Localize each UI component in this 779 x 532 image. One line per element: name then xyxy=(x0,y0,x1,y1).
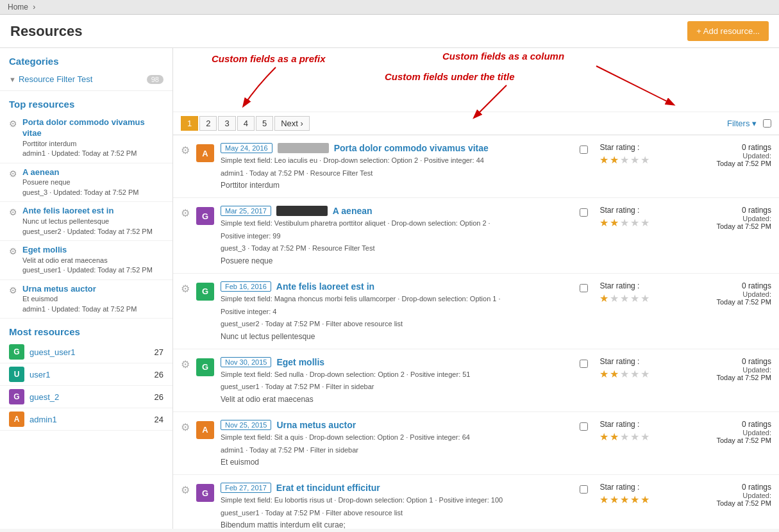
resource-checkbox[interactable] xyxy=(580,360,588,368)
breadcrumb-separator: › xyxy=(33,3,35,12)
rating-info: 0 ratings Updated: Today at 7:52 PM xyxy=(716,206,771,230)
avatar: A xyxy=(196,144,214,162)
resource-checkbox[interactable] xyxy=(580,208,588,217)
resource-description: Porttitor interdum xyxy=(221,181,573,190)
rating-column: Star rating : ★★★★★ xyxy=(594,281,710,304)
resource-meta: Simple text field: Sed nulla · Drop-down… xyxy=(221,369,573,381)
gear-icon[interactable]: ⚙ xyxy=(181,144,190,156)
resource-subtitle: Nunc ut lectus pellentesque xyxy=(22,217,163,226)
most-resource-item[interactable]: A admin1 24 xyxy=(0,408,172,431)
resource-meta2: guest_user1 · Today at 7:52 PM · Filter … xyxy=(221,381,573,393)
top-resource-item[interactable]: ⚙ Porta dolor commodo vivamus vitae Port… xyxy=(0,113,172,163)
resource-count: 26 xyxy=(155,370,163,379)
resource-title-link[interactable]: Erat et tincidunt efficitur xyxy=(276,483,380,493)
annotation-column: Custom fields as a column xyxy=(442,51,564,62)
filled-star: ★ xyxy=(620,494,629,506)
empty-star: ★ xyxy=(610,292,619,304)
page-1-button[interactable]: 1 xyxy=(181,116,198,131)
resource-subtitle: Velit at odio erat maecenas xyxy=(22,256,163,265)
rating-column: Star rating : ★★★★★ xyxy=(594,206,710,229)
resource-description: Velit at odio erat maecenas xyxy=(221,395,573,404)
color-badge xyxy=(276,206,328,216)
ratings-count: 0 ratings xyxy=(742,357,771,366)
page-4-button[interactable]: 4 xyxy=(237,116,255,131)
page-3-button[interactable]: 3 xyxy=(218,116,235,131)
empty-star: ★ xyxy=(630,217,639,229)
empty-star: ★ xyxy=(620,292,629,304)
avatar: G xyxy=(196,358,214,376)
page-5-button[interactable]: 5 xyxy=(256,116,273,131)
rating-info: 0 ratings Updated: Today at 7:52 PM xyxy=(716,357,771,381)
top-resource-item[interactable]: ⚙ Ante felis laoreet est in Nunc ut lect… xyxy=(0,202,172,241)
next-button[interactable]: Next › xyxy=(274,116,310,131)
color-badge xyxy=(278,143,329,153)
filter-count: 98 xyxy=(147,75,163,84)
rating-column: Star rating : ★★★★★ xyxy=(594,420,710,443)
resource-title: Ante felis laoreet est in xyxy=(22,206,163,217)
most-resource-item[interactable]: U user1 26 xyxy=(0,363,172,386)
resource-title: Porta dolor commodo vivamus vitae xyxy=(22,117,163,139)
gear-icon: ⚙ xyxy=(9,207,17,217)
rating-info: 0 ratings Updated: Today at 7:52 PM xyxy=(716,281,771,306)
resource-row: ⚙ A Nov 25, 2015 Urna metus auctor Simpl… xyxy=(173,412,779,475)
resource-checkbox[interactable] xyxy=(580,145,588,154)
resource-title-link[interactable]: Porta dolor commodo vivamus vitae xyxy=(334,143,489,153)
page-2-button[interactable]: 2 xyxy=(199,116,217,131)
resource-title-link[interactable]: Eget mollis xyxy=(276,357,324,367)
stars: ★★★★★ xyxy=(599,154,649,166)
most-resource-item[interactable]: G guest_user1 27 xyxy=(0,341,172,363)
resource-meta2: admin1 · Today at 7:52 PM · Filter in si… xyxy=(221,445,573,456)
empty-star: ★ xyxy=(630,431,639,443)
gear-icon[interactable]: ⚙ xyxy=(181,207,190,219)
date-badge: Nov 30, 2015 xyxy=(221,357,271,367)
star-rating-label: Star rating : xyxy=(599,483,639,492)
resource-title-link[interactable]: A aenean xyxy=(333,206,373,216)
resource-checkbox[interactable] xyxy=(580,485,588,494)
filled-star: ★ xyxy=(599,368,608,380)
avatar: U xyxy=(9,367,24,382)
resource-description: Et euismod xyxy=(221,458,573,467)
resource-checkbox[interactable] xyxy=(580,422,588,431)
updated-time: Today at 7:52 PM xyxy=(716,298,771,306)
top-resource-item[interactable]: ⚙ Urna metus auctor Et euismod admin1 · … xyxy=(0,280,172,319)
add-resource-button[interactable]: + Add resource... xyxy=(687,21,769,41)
select-all-checkbox[interactable] xyxy=(763,119,771,128)
resource-meta: Simple text field: Vestibulum pharetra p… xyxy=(221,218,573,229)
resource-row: ⚙ G Nov 30, 2015 Eget mollis Simple text… xyxy=(173,349,779,412)
top-bar: Home › xyxy=(0,0,779,15)
resource-checkbox[interactable] xyxy=(580,284,588,292)
annotation-prefix: Custom fields as a prefix xyxy=(212,53,326,64)
top-resource-item[interactable]: ⚙ Eget mollis Velit at odio erat maecena… xyxy=(0,241,172,280)
ratings-count: 0 ratings xyxy=(742,206,771,215)
resource-title-link[interactable]: Urna metus auctor xyxy=(276,420,356,430)
most-resource-item[interactable]: G guest_2 26 xyxy=(0,386,172,408)
gear-icon[interactable]: ⚙ xyxy=(181,283,190,295)
top-resources-list: ⚙ Porta dolor commodo vivamus vitae Port… xyxy=(0,113,172,319)
resource-title-link[interactable]: Ante felis laoreet est in xyxy=(276,281,374,292)
breadcrumb-home[interactable]: Home xyxy=(8,3,28,12)
rating-column: Star rating : ★★★★★ xyxy=(594,143,710,166)
date-badge: Mar 25, 2017 xyxy=(221,206,271,216)
resource-meta3: guest_3 · Today at 7:52 PM · Resource Fi… xyxy=(221,243,573,254)
top-resource-item[interactable]: ⚙ A aenean Posuere neque guest_3 · Updat… xyxy=(0,163,172,203)
updated-label: Updated: xyxy=(742,429,771,436)
updated-label: Updated: xyxy=(742,215,771,222)
resource-count: 24 xyxy=(155,415,163,424)
user-name: user1 xyxy=(29,370,149,379)
filled-star: ★ xyxy=(610,154,619,166)
gear-icon[interactable]: ⚙ xyxy=(181,421,190,433)
user-name: admin1 xyxy=(29,415,149,424)
gear-icon[interactable]: ⚙ xyxy=(181,484,190,496)
gear-icon[interactable]: ⚙ xyxy=(181,358,190,370)
sidebar-filter[interactable]: ▼ Resource Filter Test 98 xyxy=(0,71,172,91)
filters-button[interactable]: Filters ▾ xyxy=(727,119,757,128)
avatar: A xyxy=(196,421,214,439)
resource-meta: guest_user1 · Updated: Today at 7:52 PM xyxy=(22,265,163,275)
rating-column: Star rating : ★★★★★ xyxy=(594,357,710,380)
avatar: G xyxy=(9,389,24,404)
rating-info: 0 ratings Updated: Today at 7:52 PM xyxy=(716,143,771,167)
updated-label: Updated: xyxy=(742,290,771,298)
empty-star: ★ xyxy=(641,368,649,380)
rating-info: 0 ratings Updated: Today at 7:52 PM xyxy=(716,420,771,444)
gear-icon: ⚙ xyxy=(9,246,17,256)
